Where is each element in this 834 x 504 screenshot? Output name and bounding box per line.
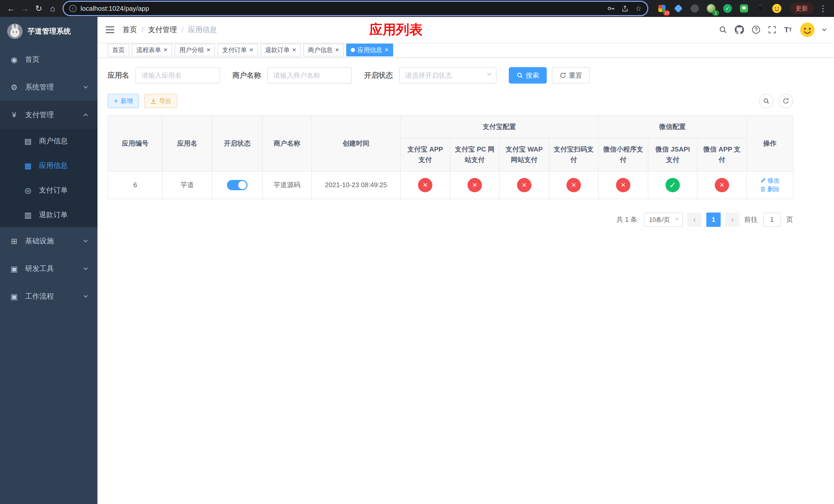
share-icon[interactable] xyxy=(621,5,629,12)
extension-dark-circle-icon[interactable] xyxy=(689,3,700,14)
goto-page-input[interactable] xyxy=(763,212,781,227)
chevron-down-icon xyxy=(84,238,88,243)
add-button[interactable]: 新增 xyxy=(108,94,139,108)
site-info-icon[interactable]: i xyxy=(69,5,76,12)
hamburger-icon[interactable] xyxy=(106,26,114,33)
breadcrumb-home[interactable]: 首页 xyxy=(123,25,137,35)
github-icon[interactable] xyxy=(735,25,744,35)
home-icon[interactable]: ⌂ xyxy=(46,2,60,15)
sidebar-item-home[interactable]: ◉ 首页 xyxy=(0,46,97,73)
cell-merchant: 芋道源码 xyxy=(262,171,312,199)
font-size-icon[interactable] xyxy=(784,25,792,34)
search-button-label: 搜索 xyxy=(526,71,539,80)
close-icon[interactable] xyxy=(163,46,168,53)
sidebar-item-merchant-info[interactable]: ▤ 商户信息 xyxy=(0,129,97,153)
app-logo[interactable]: 芋道管理系统 xyxy=(0,17,97,46)
chevron-down-icon xyxy=(84,294,88,298)
col-group-wechat: 微信配置 xyxy=(598,116,747,138)
alipay-qr-status-icon: × xyxy=(567,178,581,192)
col-alipay-app: 支付宝 APP 支付 xyxy=(400,138,450,171)
goto-label: 前往 xyxy=(744,215,758,224)
browser-menu-icon[interactable]: ⋮ xyxy=(816,2,830,15)
goto-unit-label: 页 xyxy=(786,215,793,224)
delete-button[interactable]: 删除 xyxy=(760,185,780,193)
status-toggle[interactable] xyxy=(227,180,247,190)
card-icon: ▤ xyxy=(24,137,32,145)
cell-app-id: 6 xyxy=(108,171,162,199)
extension-gem-icon[interactable] xyxy=(673,3,684,14)
sidebar-item-system[interactable]: ⚙ 系统管理 xyxy=(0,73,97,101)
sidebar-item-devtools[interactable]: ▣ 研发工具 xyxy=(0,255,97,282)
tab-app-info[interactable]: 应用信息 xyxy=(346,44,393,56)
tab-pay-order[interactable]: 支付订单 xyxy=(218,44,258,56)
forward-icon[interactable]: → xyxy=(18,2,32,15)
chevron-up-icon xyxy=(84,114,88,118)
fullscreen-icon[interactable] xyxy=(768,26,776,34)
yen-icon: ¥ xyxy=(10,111,19,119)
next-page-button[interactable] xyxy=(725,212,740,227)
extension-green-square-icon[interactable] xyxy=(739,3,749,14)
edit-button[interactable]: 修改 xyxy=(760,176,780,185)
export-button[interactable]: 导出 xyxy=(144,94,177,108)
extensions-grid-icon[interactable]: 10 xyxy=(657,3,667,14)
page-size-select[interactable]: 10条/页 xyxy=(644,212,683,227)
reload-icon[interactable]: ↻ xyxy=(32,2,46,15)
search-button[interactable]: 搜索 xyxy=(509,67,547,84)
sidebar-item-label: 系统管理 xyxy=(25,82,54,92)
extension-green-check-icon[interactable] xyxy=(722,3,733,14)
add-button-label: 新增 xyxy=(120,97,133,105)
tab-label: 首页 xyxy=(112,46,125,54)
sidebar-item-label: 研发工具 xyxy=(25,264,54,274)
extensions-tray: 10 1 xyxy=(657,3,782,14)
sidebar-item-workflow[interactable]: ▣ 工作流程 xyxy=(0,282,97,310)
tab-merchant-info[interactable]: 商户信息 xyxy=(303,44,344,56)
prev-page-button[interactable] xyxy=(687,212,702,227)
status-label: 开启状态 xyxy=(364,70,393,80)
navbar-tools xyxy=(719,22,826,38)
user-avatar[interactable] xyxy=(799,22,815,38)
sidebar-item-payment[interactable]: ¥ 支付管理 xyxy=(0,101,97,129)
tab-label: 退款订单 xyxy=(265,46,290,54)
avatar-caret-icon[interactable] xyxy=(822,27,827,31)
status-select[interactable] xyxy=(399,67,497,84)
address-bar[interactable]: i localhost:1024/pay/app ☆ xyxy=(64,2,647,15)
close-icon[interactable] xyxy=(385,46,389,53)
sidebar-item-refund-order[interactable]: ▥ 退款订单 xyxy=(0,203,97,227)
server-icon: ⊞ xyxy=(10,237,19,246)
tab-bar: 首页 流程表单 用户分组 支付订单 退款订单 xyxy=(97,43,834,58)
sidebar-item-infrastructure[interactable]: ⊞ 基础设施 xyxy=(0,227,97,255)
emoji-avatar-icon[interactable] xyxy=(771,3,782,14)
tab-process-form[interactable]: 流程表单 xyxy=(132,44,172,56)
extension-profile-icon[interactable]: 1 xyxy=(706,3,717,14)
tab-user-group[interactable]: 用户分组 xyxy=(175,44,215,56)
help-icon[interactable] xyxy=(752,25,761,34)
password-key-icon[interactable] xyxy=(607,5,615,12)
close-icon[interactable] xyxy=(292,46,296,53)
cell-app-name: 芋道 xyxy=(162,171,212,199)
merchant-name-input[interactable] xyxy=(267,67,352,84)
close-icon[interactable] xyxy=(335,46,339,53)
toggle-search-button[interactable] xyxy=(759,94,773,108)
breadcrumb-payment[interactable]: 支付管理 xyxy=(137,25,177,35)
reset-button[interactable]: 重置 xyxy=(552,67,590,84)
search-icon[interactable] xyxy=(719,26,727,34)
page-1-button[interactable]: 1 xyxy=(706,212,721,227)
app-name-input[interactable] xyxy=(135,67,220,84)
app-table: 应用编号 应用名 开启状态 商户名称 创建时间 支付宝配置 微信配置 操作 支付… xyxy=(108,115,793,199)
cell-alipay-wap: × xyxy=(499,171,549,199)
browser-update-button[interactable]: 更新 xyxy=(790,3,813,14)
sidebar-item-pay-order[interactable]: ◎ 支付订单 xyxy=(0,178,97,203)
tab-refund-order[interactable]: 退款订单 xyxy=(261,44,301,56)
status-select-input[interactable] xyxy=(399,67,497,84)
logo-avatar-image xyxy=(7,24,23,39)
back-icon[interactable]: ← xyxy=(4,2,18,15)
col-wechat-jsapi: 微信 JSAPI 支付 xyxy=(648,138,697,171)
tab-home[interactable]: 首页 xyxy=(108,44,129,56)
sidebar-item-app-info[interactable]: ▦ 应用信息 xyxy=(0,153,97,178)
bookmark-star-icon[interactable]: ☆ xyxy=(635,4,642,13)
refresh-table-button[interactable] xyxy=(778,94,793,108)
extension-pin-icon[interactable] xyxy=(755,3,766,14)
coin-icon: ◎ xyxy=(24,186,32,195)
close-icon[interactable] xyxy=(206,46,210,53)
close-icon[interactable] xyxy=(249,46,253,53)
